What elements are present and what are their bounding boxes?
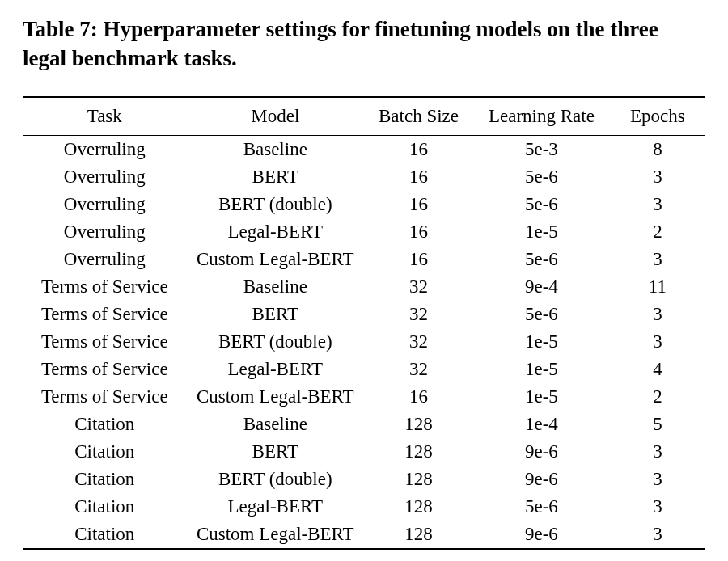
cell-task: Citation <box>23 493 187 521</box>
cell-epochs: 2 <box>610 218 705 246</box>
col-header-epochs: Epochs <box>610 97 705 136</box>
cell-task: Overruling <box>23 218 187 246</box>
cell-batch: 128 <box>364 411 473 438</box>
cell-model: Baseline <box>187 273 364 301</box>
cell-lr: 1e-5 <box>473 356 610 383</box>
cell-epochs: 3 <box>610 163 705 191</box>
cell-model: Custom Legal-BERT <box>187 521 364 549</box>
cell-batch: 16 <box>364 218 473 246</box>
cell-batch: 128 <box>364 438 473 466</box>
cell-task: Terms of Service <box>23 383 187 411</box>
cell-task: Citation <box>23 521 187 549</box>
cell-epochs: 3 <box>610 493 705 521</box>
table-row: Citation BERT (double) 128 9e-6 3 <box>23 466 705 493</box>
cell-task: Citation <box>23 438 187 466</box>
table-row: Citation Legal-BERT 128 5e-6 3 <box>23 493 705 521</box>
cell-task: Terms of Service <box>23 301 187 328</box>
cell-model: Legal-BERT <box>187 356 364 383</box>
cell-epochs: 3 <box>610 466 705 493</box>
cell-model: Custom Legal-BERT <box>187 383 364 411</box>
cell-epochs: 8 <box>610 135 705 163</box>
table-body: Overruling Baseline 16 5e-3 8 Overruling… <box>23 135 705 549</box>
cell-epochs: 2 <box>610 383 705 411</box>
col-header-task: Task <box>23 97 187 136</box>
table-row: Terms of Service Baseline 32 9e-4 11 <box>23 273 705 301</box>
cell-lr: 5e-6 <box>473 301 610 328</box>
cell-batch: 128 <box>364 466 473 493</box>
cell-lr: 5e-3 <box>473 135 610 163</box>
cell-model: Legal-BERT <box>187 493 364 521</box>
cell-task: Citation <box>23 411 187 438</box>
cell-task: Overruling <box>23 163 187 191</box>
table-row: Overruling BERT 16 5e-6 3 <box>23 163 705 191</box>
cell-model: BERT <box>187 301 364 328</box>
cell-epochs: 4 <box>610 356 705 383</box>
cell-task: Terms of Service <box>23 356 187 383</box>
cell-batch: 128 <box>364 521 473 549</box>
cell-lr: 1e-5 <box>473 383 610 411</box>
cell-lr: 9e-6 <box>473 438 610 466</box>
col-header-batch: Batch Size <box>364 97 473 136</box>
cell-task: Overruling <box>23 191 187 218</box>
table-row: Overruling BERT (double) 16 5e-6 3 <box>23 191 705 218</box>
cell-epochs: 3 <box>610 246 705 273</box>
cell-batch: 32 <box>364 273 473 301</box>
cell-batch: 16 <box>364 383 473 411</box>
cell-model: Baseline <box>187 411 364 438</box>
col-header-lr: Learning Rate <box>473 97 610 136</box>
cell-task: Terms of Service <box>23 273 187 301</box>
cell-batch: 32 <box>364 356 473 383</box>
table-row: Overruling Custom Legal-BERT 16 5e-6 3 <box>23 246 705 273</box>
cell-lr: 1e-5 <box>473 218 610 246</box>
cell-epochs: 3 <box>610 191 705 218</box>
cell-epochs: 3 <box>610 438 705 466</box>
cell-batch: 16 <box>364 135 473 163</box>
cell-task: Terms of Service <box>23 328 187 356</box>
cell-lr: 5e-6 <box>473 191 610 218</box>
cell-task: Overruling <box>23 246 187 273</box>
cell-model: Legal-BERT <box>187 218 364 246</box>
table-row: Overruling Baseline 16 5e-3 8 <box>23 135 705 163</box>
cell-model: Custom Legal-BERT <box>187 246 364 273</box>
cell-lr: 9e-6 <box>473 466 610 493</box>
table-row: Terms of Service BERT (double) 32 1e-5 3 <box>23 328 705 356</box>
col-header-model: Model <box>187 97 364 136</box>
cell-model: BERT <box>187 438 364 466</box>
cell-epochs: 3 <box>610 328 705 356</box>
table-row: Citation Custom Legal-BERT 128 9e-6 3 <box>23 521 705 549</box>
cell-lr: 5e-6 <box>473 163 610 191</box>
cell-batch: 16 <box>364 191 473 218</box>
table-header-row: Task Model Batch Size Learning Rate Epoc… <box>23 97 705 136</box>
cell-lr: 1e-5 <box>473 328 610 356</box>
cell-epochs: 11 <box>610 273 705 301</box>
cell-lr: 9e-6 <box>473 521 610 549</box>
hyperparameter-table: Task Model Batch Size Learning Rate Epoc… <box>23 96 705 550</box>
cell-batch: 128 <box>364 493 473 521</box>
cell-model: Baseline <box>187 135 364 163</box>
cell-batch: 16 <box>364 163 473 191</box>
cell-model: BERT (double) <box>187 328 364 356</box>
cell-model: BERT (double) <box>187 466 364 493</box>
table-row: Citation Baseline 128 1e-4 5 <box>23 411 705 438</box>
cell-lr: 5e-6 <box>473 493 610 521</box>
table-caption: Table 7: Hyperparameter settings for fin… <box>23 15 705 74</box>
cell-epochs: 3 <box>610 521 705 549</box>
cell-lr: 9e-4 <box>473 273 610 301</box>
table-row: Citation BERT 128 9e-6 3 <box>23 438 705 466</box>
table-row: Overruling Legal-BERT 16 1e-5 2 <box>23 218 705 246</box>
cell-task: Overruling <box>23 135 187 163</box>
cell-batch: 16 <box>364 246 473 273</box>
cell-model: BERT (double) <box>187 191 364 218</box>
cell-lr: 5e-6 <box>473 246 610 273</box>
cell-lr: 1e-4 <box>473 411 610 438</box>
cell-model: BERT <box>187 163 364 191</box>
cell-epochs: 3 <box>610 301 705 328</box>
table-row: Terms of Service BERT 32 5e-6 3 <box>23 301 705 328</box>
table-row: Terms of Service Legal-BERT 32 1e-5 4 <box>23 356 705 383</box>
cell-task: Citation <box>23 466 187 493</box>
cell-epochs: 5 <box>610 411 705 438</box>
cell-batch: 32 <box>364 328 473 356</box>
table-row: Terms of Service Custom Legal-BERT 16 1e… <box>23 383 705 411</box>
cell-batch: 32 <box>364 301 473 328</box>
